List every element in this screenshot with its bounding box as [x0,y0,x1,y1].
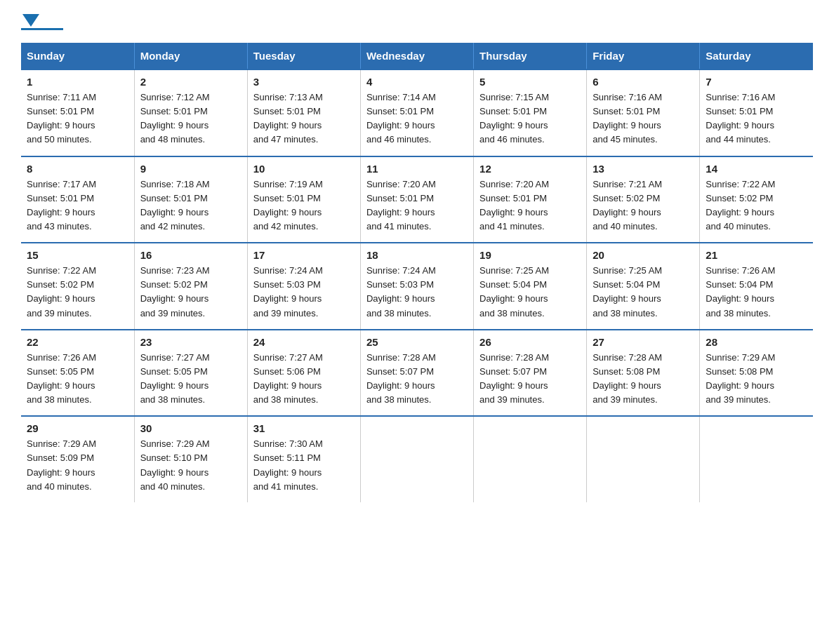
day-info: Sunrise: 7:19 AMSunset: 5:01 PMDaylight:… [253,177,355,234]
day-number: 16 [140,249,241,261]
day-number: 29 [27,422,128,434]
day-info: Sunrise: 7:30 AMSunset: 5:11 PMDaylight:… [253,437,355,494]
calendar-cell [360,416,473,502]
col-header-monday: Monday [134,43,247,69]
calendar-cell: 12Sunrise: 7:20 AMSunset: 5:01 PMDayligh… [474,156,587,243]
calendar-cell: 13Sunrise: 7:21 AMSunset: 5:02 PMDayligh… [587,156,700,243]
col-header-tuesday: Tuesday [247,43,360,69]
day-number: 27 [593,336,694,348]
calendar-cell: 21Sunrise: 7:26 AMSunset: 5:04 PMDayligh… [700,243,813,330]
day-number: 25 [366,336,468,348]
day-info: Sunrise: 7:16 AMSunset: 5:01 PMDaylight:… [593,90,694,147]
day-number: 11 [366,163,468,175]
day-info: Sunrise: 7:14 AMSunset: 5:01 PMDaylight:… [366,90,468,147]
day-number: 10 [253,163,355,175]
day-number: 24 [253,336,355,348]
calendar-cell: 16Sunrise: 7:23 AMSunset: 5:02 PMDayligh… [134,243,247,330]
calendar-cell: 29Sunrise: 7:29 AMSunset: 5:09 PMDayligh… [21,416,134,502]
calendar-cell: 25Sunrise: 7:28 AMSunset: 5:07 PMDayligh… [360,330,473,417]
calendar-cell: 18Sunrise: 7:24 AMSunset: 5:03 PMDayligh… [360,243,473,330]
col-header-sunday: Sunday [21,43,134,69]
day-number: 9 [140,163,241,175]
day-number: 3 [253,76,355,88]
day-info: Sunrise: 7:24 AMSunset: 5:03 PMDaylight:… [253,264,355,321]
calendar-week-row: 1Sunrise: 7:11 AMSunset: 5:01 PMDaylight… [21,69,813,156]
day-info: Sunrise: 7:17 AMSunset: 5:01 PMDaylight:… [27,177,128,234]
day-number: 7 [706,76,807,88]
day-info: Sunrise: 7:27 AMSunset: 5:05 PMDaylight:… [140,351,241,408]
calendar-cell [587,416,700,502]
day-number: 14 [706,163,807,175]
day-number: 26 [479,336,581,348]
calendar-cell: 8Sunrise: 7:17 AMSunset: 5:01 PMDaylight… [21,156,134,243]
col-header-wednesday: Wednesday [360,43,473,69]
day-info: Sunrise: 7:25 AMSunset: 5:04 PMDaylight:… [593,264,694,321]
page-header [21,14,813,30]
calendar-cell: 26Sunrise: 7:28 AMSunset: 5:07 PMDayligh… [474,330,587,417]
calendar-cell: 5Sunrise: 7:15 AMSunset: 5:01 PMDaylight… [474,69,587,156]
day-info: Sunrise: 7:28 AMSunset: 5:07 PMDaylight:… [479,351,581,408]
day-info: Sunrise: 7:20 AMSunset: 5:01 PMDaylight:… [366,177,468,234]
day-info: Sunrise: 7:12 AMSunset: 5:01 PMDaylight:… [140,90,241,147]
day-info: Sunrise: 7:28 AMSunset: 5:07 PMDaylight:… [366,351,468,408]
col-header-friday: Friday [587,43,700,69]
day-info: Sunrise: 7:29 AMSunset: 5:08 PMDaylight:… [706,351,807,408]
day-number: 18 [366,249,468,261]
calendar-cell: 17Sunrise: 7:24 AMSunset: 5:03 PMDayligh… [247,243,360,330]
calendar-cell: 1Sunrise: 7:11 AMSunset: 5:01 PMDaylight… [21,69,134,156]
calendar-cell: 22Sunrise: 7:26 AMSunset: 5:05 PMDayligh… [21,330,134,417]
day-info: Sunrise: 7:29 AMSunset: 5:09 PMDaylight:… [27,437,128,494]
day-info: Sunrise: 7:15 AMSunset: 5:01 PMDaylight:… [479,90,581,147]
day-number: 17 [253,249,355,261]
day-number: 22 [27,336,128,348]
day-info: Sunrise: 7:18 AMSunset: 5:01 PMDaylight:… [140,177,241,234]
day-number: 28 [706,336,807,348]
calendar-cell: 31Sunrise: 7:30 AMSunset: 5:11 PMDayligh… [247,416,360,502]
calendar-cell: 19Sunrise: 7:25 AMSunset: 5:04 PMDayligh… [474,243,587,330]
calendar-week-row: 15Sunrise: 7:22 AMSunset: 5:02 PMDayligh… [21,243,813,330]
day-info: Sunrise: 7:23 AMSunset: 5:02 PMDaylight:… [140,264,241,321]
calendar-cell [700,416,813,502]
calendar-cell: 2Sunrise: 7:12 AMSunset: 5:01 PMDaylight… [134,69,247,156]
calendar-cell: 11Sunrise: 7:20 AMSunset: 5:01 PMDayligh… [360,156,473,243]
day-info: Sunrise: 7:22 AMSunset: 5:02 PMDaylight:… [706,177,807,234]
day-number: 31 [253,422,355,434]
day-number: 20 [593,249,694,261]
day-number: 1 [27,76,128,88]
calendar-cell: 20Sunrise: 7:25 AMSunset: 5:04 PMDayligh… [587,243,700,330]
day-number: 8 [27,163,128,175]
day-info: Sunrise: 7:22 AMSunset: 5:02 PMDaylight:… [27,264,128,321]
calendar-cell: 28Sunrise: 7:29 AMSunset: 5:08 PMDayligh… [700,330,813,417]
calendar-cell: 14Sunrise: 7:22 AMSunset: 5:02 PMDayligh… [700,156,813,243]
day-number: 6 [593,76,694,88]
day-info: Sunrise: 7:28 AMSunset: 5:08 PMDaylight:… [593,351,694,408]
col-header-saturday: Saturday [700,43,813,69]
logo [21,14,63,30]
calendar-week-row: 8Sunrise: 7:17 AMSunset: 5:01 PMDaylight… [21,156,813,243]
day-info: Sunrise: 7:16 AMSunset: 5:01 PMDaylight:… [706,90,807,147]
calendar-cell: 30Sunrise: 7:29 AMSunset: 5:10 PMDayligh… [134,416,247,502]
day-number: 5 [479,76,581,88]
day-info: Sunrise: 7:11 AMSunset: 5:01 PMDaylight:… [27,90,128,147]
day-info: Sunrise: 7:26 AMSunset: 5:05 PMDaylight:… [27,351,128,408]
day-info: Sunrise: 7:25 AMSunset: 5:04 PMDaylight:… [479,264,581,321]
day-number: 13 [593,163,694,175]
col-header-thursday: Thursday [474,43,587,69]
calendar-cell: 7Sunrise: 7:16 AMSunset: 5:01 PMDaylight… [700,69,813,156]
calendar-week-row: 22Sunrise: 7:26 AMSunset: 5:05 PMDayligh… [21,330,813,417]
logo-bar [21,28,63,30]
calendar-cell [474,416,587,502]
day-number: 4 [366,76,468,88]
calendar-cell: 9Sunrise: 7:18 AMSunset: 5:01 PMDaylight… [134,156,247,243]
day-number: 30 [140,422,241,434]
calendar-cell: 3Sunrise: 7:13 AMSunset: 5:01 PMDaylight… [247,69,360,156]
day-number: 15 [27,249,128,261]
day-info: Sunrise: 7:29 AMSunset: 5:10 PMDaylight:… [140,437,241,494]
calendar-cell: 15Sunrise: 7:22 AMSunset: 5:02 PMDayligh… [21,243,134,330]
calendar-week-row: 29Sunrise: 7:29 AMSunset: 5:09 PMDayligh… [21,416,813,502]
day-number: 12 [479,163,581,175]
calendar-cell: 27Sunrise: 7:28 AMSunset: 5:08 PMDayligh… [587,330,700,417]
day-info: Sunrise: 7:21 AMSunset: 5:02 PMDaylight:… [593,177,694,234]
day-number: 23 [140,336,241,348]
logo-triangle-icon [22,14,39,27]
